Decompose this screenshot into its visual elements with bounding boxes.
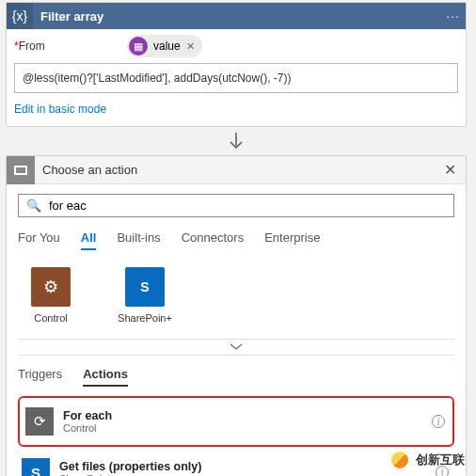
choose-action-card: Choose an action ✕ 🔍 For You All Built-i…	[6, 155, 467, 476]
more-menu-icon[interactable]: ···	[446, 8, 460, 24]
expand-connectors[interactable]	[18, 339, 454, 356]
info-icon[interactable]: i	[432, 415, 445, 428]
category-tabs: For You All Built-ins Connectors Enterpr…	[18, 230, 454, 250]
choose-header: Choose an action ✕	[7, 156, 466, 184]
close-icon[interactable]: ✕	[440, 161, 460, 179]
connector-control[interactable]: ⚙ Control	[18, 267, 84, 324]
sharepoint-action-icon: S	[22, 458, 50, 476]
search-icon: 🔍	[26, 198, 41, 213]
filter-header[interactable]: {x} Filter array ···	[7, 3, 466, 29]
from-value-chip[interactable]: ▦ value ✕	[127, 35, 202, 57]
search-input-wrapper[interactable]: 🔍	[18, 194, 454, 217]
connector-row: ⚙ Control S SharePoin+	[18, 267, 454, 324]
chip-text: value	[153, 40, 181, 53]
brand-logo-icon	[389, 450, 410, 470]
action-for-each[interactable]: ⟳ For each Control i	[22, 402, 451, 441]
action-card-icon	[7, 156, 35, 184]
tab-all[interactable]: All	[81, 230, 97, 250]
watermark-brand: 创新互联	[389, 450, 465, 470]
tab-enterprise[interactable]: Enterprise	[264, 230, 320, 250]
filter-title: Filter array	[33, 9, 446, 24]
chip-remove-icon[interactable]: ✕	[186, 40, 195, 53]
for-each-icon: ⟳	[25, 407, 54, 436]
sharepoint-connector-icon: S	[125, 267, 165, 307]
filter-body: *From ▦ value ✕ @less(item()?['LastModif…	[7, 29, 466, 126]
sub-tabs: Triggers Actions	[18, 367, 454, 387]
filter-array-card: {x} Filter array ··· *From ▦ value ✕ @le…	[6, 2, 467, 127]
flow-arrow-icon	[6, 127, 467, 155]
edit-basic-mode-link[interactable]: Edit in basic mode	[14, 103, 106, 116]
from-label: *From	[14, 40, 127, 53]
expression-input[interactable]: @less(item()?['LastModified'], addDays(u…	[14, 63, 458, 93]
tab-builtins[interactable]: Built-ins	[117, 230, 160, 250]
dynamic-content-icon: ▦	[129, 37, 148, 56]
filter-icon: {x}	[7, 3, 33, 29]
choose-title: Choose an action	[35, 163, 440, 177]
control-connector-icon: ⚙	[31, 267, 71, 307]
highlight-box: ⟳ For each Control i	[18, 396, 454, 447]
tab-triggers[interactable]: Triggers	[18, 367, 62, 387]
search-input[interactable]	[49, 198, 446, 213]
tab-for-you[interactable]: For You	[18, 230, 60, 250]
connector-sharepoint[interactable]: S SharePoin+	[112, 267, 178, 324]
tab-connectors[interactable]: Connectors	[182, 230, 244, 250]
tab-actions[interactable]: Actions	[83, 367, 128, 387]
